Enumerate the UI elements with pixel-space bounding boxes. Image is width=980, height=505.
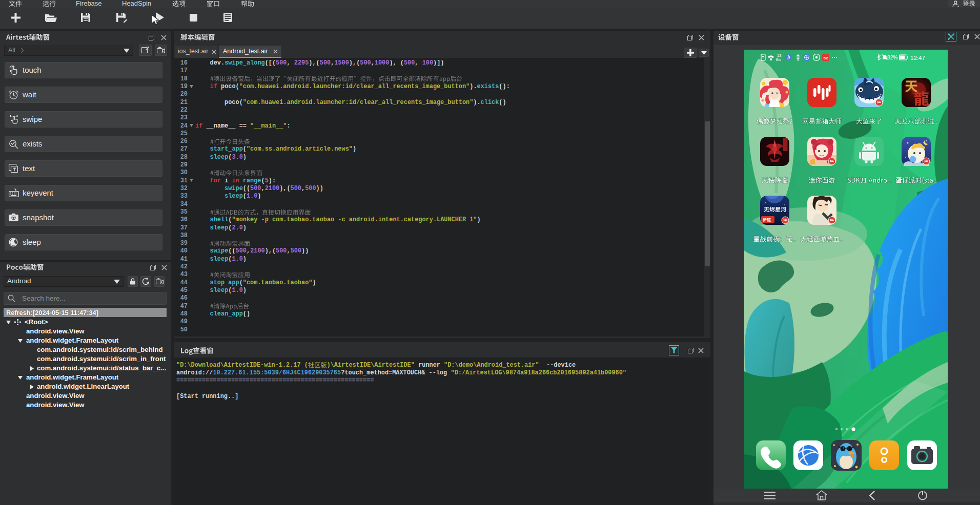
svg-text:13: 13 <box>777 53 781 58</box>
svg-text:B/s: B/s <box>776 58 781 61</box>
svg-text:12:47: 12:47 <box>910 55 925 61</box>
svg-text:82%: 82% <box>887 55 897 60</box>
svg-text:52: 52 <box>824 56 828 60</box>
